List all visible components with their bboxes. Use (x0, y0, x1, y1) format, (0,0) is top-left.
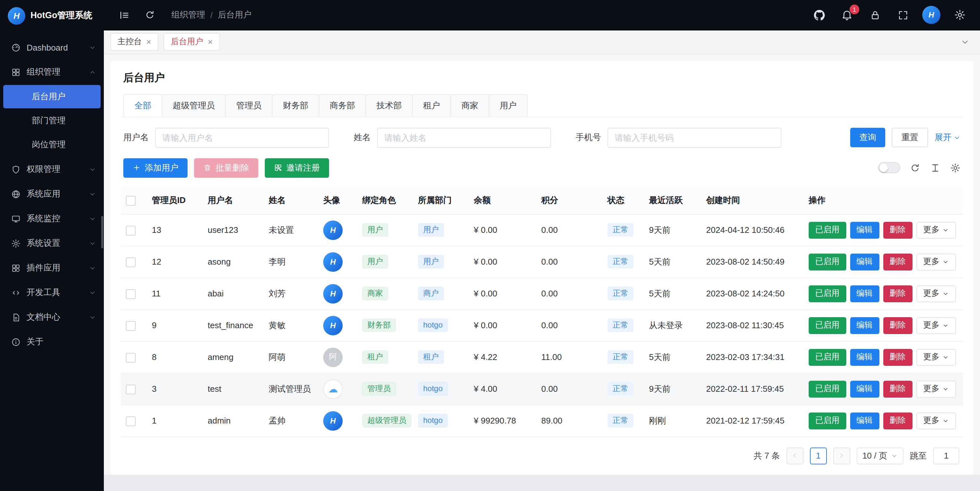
delete-button[interactable]: 删除 (883, 253, 912, 270)
jump-input[interactable] (933, 447, 959, 464)
enabled-button[interactable]: 已启用 (809, 412, 846, 429)
edit-button[interactable]: 编辑 (850, 221, 879, 238)
lock-screen-button[interactable] (866, 7, 883, 24)
user-avatar: 阿 (323, 347, 343, 367)
enabled-button[interactable]: 已启用 (809, 349, 846, 365)
more-button[interactable]: 更多 (916, 349, 956, 365)
add-user-button[interactable]: 添加用户 (123, 158, 188, 177)
row-checkbox[interactable] (126, 353, 136, 362)
tabs-menu-button[interactable] (957, 37, 974, 46)
sidebar-item-plugins[interactable]: 插件应用 (0, 256, 104, 280)
filter-tab[interactable]: 技术部 (365, 94, 413, 116)
sidebar-item-dashboard[interactable]: Dashboard (0, 35, 104, 60)
delete-button[interactable]: 删除 (883, 317, 912, 334)
enabled-button[interactable]: 已启用 (809, 253, 846, 270)
query-button[interactable]: 查询 (850, 128, 885, 147)
prev-page-button[interactable] (786, 447, 803, 464)
edit-button[interactable]: 编辑 (850, 285, 879, 302)
more-button[interactable]: 更多 (916, 285, 956, 302)
tab-chip-admin-users[interactable]: 后台用户× (164, 33, 220, 51)
breadcrumb-item[interactable]: 后台用户 (218, 10, 251, 21)
mobile-input[interactable] (608, 127, 781, 148)
sidebar-item-system-apps[interactable]: 系统应用 (0, 182, 104, 206)
table-row: 11abai刘芳H商家商户¥ 0.000.00正常5天前2023-08-02 1… (121, 278, 963, 309)
batch-delete-button[interactable]: 批量删除 (194, 158, 258, 177)
tab-chip-console[interactable]: 主控台× (110, 33, 158, 51)
username-input[interactable] (155, 127, 329, 148)
sidebar-item-permissions[interactable]: 权限管理 (0, 157, 104, 182)
row-checkbox[interactable] (126, 257, 136, 267)
delete-button[interactable]: 删除 (883, 380, 912, 397)
sidebar-subitem-admin-users[interactable]: 后台用户 (3, 85, 100, 108)
invite-register-button[interactable]: 邀请注册 (265, 158, 329, 177)
row-checkbox[interactable] (126, 226, 136, 235)
enabled-button[interactable]: 已启用 (809, 285, 846, 302)
sidebar-item-about[interactable]: 关于 (0, 329, 104, 354)
reset-button[interactable]: 重置 (892, 128, 928, 147)
edit-button[interactable]: 编辑 (850, 349, 879, 365)
row-checkbox[interactable] (126, 384, 136, 394)
sidebar-subitem-departments[interactable]: 部门管理 (3, 109, 100, 132)
trash-icon-wrap (203, 164, 212, 172)
filter-tab[interactable]: 用户 (489, 94, 528, 116)
sidebar-item-org[interactable]: 组织管理 (0, 60, 104, 84)
sidebar-item-system-settings[interactable]: 系统设置 (0, 231, 104, 256)
filter-tab[interactable]: 超级管理员 (162, 94, 226, 116)
close-icon[interactable]: × (208, 38, 213, 46)
table-density-button[interactable] (930, 162, 940, 173)
striped-toggle[interactable] (878, 162, 900, 173)
row-checkbox[interactable] (126, 416, 136, 426)
table-settings-button[interactable] (950, 162, 961, 173)
filter-tab[interactable]: 商务部 (319, 94, 366, 116)
more-button[interactable]: 更多 (916, 412, 956, 429)
next-page-button[interactable] (833, 447, 850, 464)
filter-tab[interactable]: 管理员 (225, 94, 273, 116)
more-button[interactable]: 更多 (916, 221, 956, 238)
select-all-checkbox[interactable] (126, 195, 136, 205)
edit-button[interactable]: 编辑 (850, 253, 879, 270)
app-title: HotGo管理系统 (30, 10, 92, 21)
row-checkbox[interactable] (126, 321, 136, 331)
more-button[interactable]: 更多 (916, 253, 956, 270)
edit-button[interactable]: 编辑 (850, 317, 879, 334)
table-refresh-button[interactable] (910, 162, 920, 173)
filter-tab[interactable]: 财务部 (272, 94, 319, 116)
page-number-button[interactable]: 1 (810, 447, 827, 464)
edit-button[interactable]: 编辑 (850, 412, 879, 429)
search-field-label: 用户名 (123, 132, 149, 143)
chevron-down-icon (891, 453, 897, 459)
more-button[interactable]: 更多 (916, 380, 956, 397)
name-input[interactable] (377, 127, 551, 148)
delete-button[interactable]: 删除 (883, 221, 912, 238)
row-checkbox[interactable] (126, 289, 136, 299)
table-body: 13user123未设置H用户用户¥ 0.000.00正常9天前2024-04-… (121, 214, 963, 437)
sidebar-item-docs[interactable]: 文档中心 (0, 305, 104, 329)
page-size-select[interactable]: 10 / 页 (856, 447, 904, 464)
user-avatar-button[interactable]: H (922, 6, 940, 24)
expand-filters-link[interactable]: 展开 (935, 132, 961, 143)
sidebar-item-system-monitor[interactable]: 系统监控 (0, 206, 104, 231)
enabled-button[interactable]: 已启用 (809, 317, 846, 334)
delete-button[interactable]: 删除 (883, 285, 912, 302)
enabled-button[interactable]: 已启用 (809, 221, 846, 238)
app-brand[interactable]: H HotGo管理系统 (0, 0, 104, 31)
sidebar-collapse-button[interactable] (116, 7, 132, 24)
filter-tab[interactable]: 商家 (450, 94, 489, 116)
delete-button[interactable]: 删除 (883, 412, 912, 429)
page-refresh-button[interactable] (142, 7, 158, 24)
filter-tab[interactable]: 租户 (412, 94, 451, 116)
sidebar-item-dev-tools[interactable]: 开发工具 (0, 280, 104, 305)
breadcrumb-item[interactable]: 组织管理 (171, 10, 205, 21)
close-icon[interactable]: × (146, 38, 151, 46)
notifications-button[interactable]: 1 (838, 7, 855, 24)
sidebar-scrollbar[interactable] (101, 216, 103, 248)
more-button[interactable]: 更多 (916, 317, 956, 334)
filter-tab[interactable]: 全部 (123, 94, 162, 116)
github-button[interactable] (811, 7, 827, 24)
settings-gear-button[interactable] (951, 7, 968, 24)
fullscreen-button[interactable] (894, 7, 911, 24)
enabled-button[interactable]: 已启用 (809, 380, 846, 397)
edit-button[interactable]: 编辑 (850, 380, 879, 397)
delete-button[interactable]: 删除 (883, 349, 912, 365)
sidebar-subitem-positions[interactable]: 岗位管理 (3, 133, 100, 156)
